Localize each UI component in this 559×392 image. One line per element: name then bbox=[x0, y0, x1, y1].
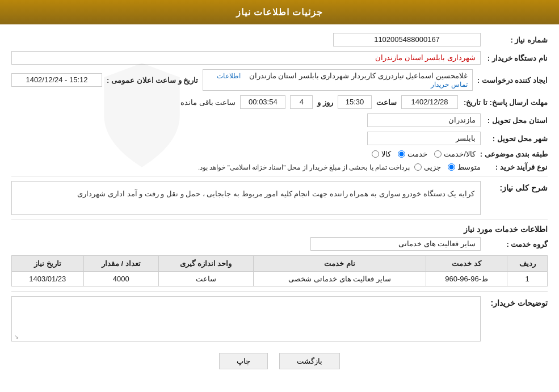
need-number-row: شماره نیاز : 1102005488000167 bbox=[11, 33, 548, 47]
purchase-type-row: نوع فرآیند خرید : جزیی متوسط پرداخت تمام… bbox=[11, 163, 548, 171]
table-row: 1ط-96-96-960سایر فعالیت های خدماتی شخصیس… bbox=[12, 272, 548, 286]
remaining-label: ساعت باقی مانده bbox=[180, 98, 236, 107]
purchase-radio-joz[interactable] bbox=[414, 163, 422, 171]
city-row: شهر محل تحویل : بابلسر bbox=[11, 132, 548, 145]
send-date-time: 15:30 bbox=[338, 95, 372, 109]
send-date-date: 1402/12/28 bbox=[401, 95, 458, 109]
announcement-value: 1402/12/24 - 15:12 bbox=[11, 73, 102, 87]
province-row: استان محل تحویل : مازندران bbox=[11, 113, 548, 127]
table-cell-measurement_unit: ساعت bbox=[158, 272, 253, 286]
service-group-value: سایر فعالیت های خدماتی bbox=[310, 237, 481, 251]
description-row: شرح کلی نیاز: کرایه یک دستگاه خودرو سوار… bbox=[11, 181, 548, 215]
divider-1 bbox=[11, 176, 548, 176]
send-date-remaining: 00:03:54 bbox=[240, 95, 285, 109]
announcement-creator-row: ایجاد کننده درخواست : غلامحسین اسماعیل ت… bbox=[11, 69, 548, 91]
category-option-khedmat: خدمت bbox=[398, 150, 427, 158]
col-need-date: تاریخ نیاز bbox=[12, 256, 84, 272]
description-label: شرح کلی نیاز: bbox=[485, 181, 548, 192]
description-value: کرایه یک دستگاه خودرو سواری به همراه ران… bbox=[11, 181, 481, 215]
buyer-org-label: نام دستگاه خریدار : bbox=[485, 54, 548, 62]
service-group-row: گروه خدمت : سایر فعالیت های خدماتی bbox=[11, 237, 548, 251]
creator-label: ایجاد کننده درخواست : bbox=[477, 76, 548, 85]
table-cell-service_code: ط-96-96-960 bbox=[426, 272, 507, 286]
purchase-type-motavasset: متوسط bbox=[448, 163, 481, 171]
col-measurement-unit: واحد اندازه گیری bbox=[158, 256, 253, 272]
page-header: جزئیات اطلاعات نیاز bbox=[0, 0, 559, 24]
need-number-value: 1102005488000167 bbox=[333, 33, 481, 47]
time-label: ساعت bbox=[376, 98, 397, 107]
category-radio-both[interactable] bbox=[434, 150, 442, 158]
category-radio-group: کالا خدمت کالا/خدمت bbox=[372, 150, 476, 158]
services-section-title: اطلاعات خدمات مورد نیاز bbox=[11, 225, 548, 234]
send-date-days: 4 bbox=[290, 95, 313, 109]
purchase-type-note: پرداخت تمام یا بخشی از مبلغ خریدار از مح… bbox=[11, 163, 410, 171]
purchase-radio-motavasset[interactable] bbox=[448, 163, 455, 171]
col-quantity: تعداد / مقدار bbox=[83, 256, 158, 272]
table-cell-quantity: 4000 bbox=[83, 272, 158, 286]
city-value: بابلسر bbox=[367, 132, 481, 145]
category-option-kala-khedmat: کالا/خدمت bbox=[434, 150, 476, 158]
table-cell-row_num: 1 bbox=[507, 272, 548, 286]
category-row: طبقه بندی موضوعی : کالا خدمت کالا/خدمت bbox=[11, 150, 548, 158]
category-label: طبقه بندی موضوعی : bbox=[480, 150, 548, 158]
need-number-label: شماره نیاز : bbox=[485, 36, 548, 44]
page-title: جزئیات اطلاعات نیاز bbox=[236, 7, 323, 17]
col-row-num: ردیف bbox=[507, 256, 548, 272]
resize-icon: ↘ bbox=[14, 334, 19, 340]
days-label: روز و bbox=[317, 98, 333, 107]
print-button[interactable]: چاپ bbox=[219, 353, 268, 369]
table-header-row: ردیف کد خدمت نام خدمت واحد اندازه گیری ت… bbox=[12, 256, 548, 272]
buyer-notes-box[interactable]: ↘ bbox=[11, 296, 481, 342]
send-date-row: مهلت ارسال پاسخ: تا تاریخ: 1402/12/28 سا… bbox=[11, 95, 548, 109]
buyer-notes-row: توضیحات خریدار: ↘ bbox=[11, 296, 548, 342]
creator-name: غلامحسین اسماعیل تیاردرزی کاربردار شهردا… bbox=[249, 71, 468, 80]
city-label: شهر محل تحویل : bbox=[485, 134, 548, 143]
action-buttons: بازگشت چاپ bbox=[11, 353, 548, 369]
province-value: مازندران bbox=[367, 113, 481, 127]
back-button[interactable]: بازگشت bbox=[279, 353, 340, 369]
table-cell-need_date: 1403/01/23 bbox=[12, 272, 84, 286]
buyer-org-value: شهرداری بابلسر استان مازندران bbox=[11, 51, 481, 65]
col-service-name: نام خدمت bbox=[253, 256, 426, 272]
category-radio-khedmat[interactable] bbox=[398, 150, 405, 158]
category-radio-kala[interactable] bbox=[372, 150, 379, 158]
province-label: استان محل تحویل : bbox=[485, 116, 548, 125]
purchase-type-radio-group: جزیی متوسط bbox=[414, 163, 481, 171]
services-table: ردیف کد خدمت نام خدمت واحد اندازه گیری ت… bbox=[11, 255, 548, 286]
buyer-org-row: نام دستگاه خریدار : شهرداری بابلسر استان… bbox=[11, 51, 548, 65]
purchase-type-label: نوع فرآیند خرید : bbox=[485, 163, 548, 171]
category-option-kala: کالا bbox=[372, 150, 391, 158]
divider-2 bbox=[11, 220, 548, 220]
table-cell-service_name: سایر فعالیت های خدماتی شخصی bbox=[253, 272, 426, 286]
buyer-notes-label: توضیحات خریدار: bbox=[485, 296, 548, 307]
divider-3 bbox=[11, 291, 548, 292]
send-date-label: مهلت ارسال پاسخ: تا تاریخ: bbox=[463, 98, 548, 107]
announcement-label: تاریخ و ساعت اعلان عمومی : bbox=[107, 76, 198, 85]
creator-value: غلامحسین اسماعیل تیاردرزی کاربردار شهردا… bbox=[203, 69, 472, 91]
purchase-type-joz: جزیی bbox=[414, 163, 441, 171]
service-group-label: گروه خدمت : bbox=[485, 240, 548, 248]
col-service-code: کد خدمت bbox=[426, 256, 507, 272]
